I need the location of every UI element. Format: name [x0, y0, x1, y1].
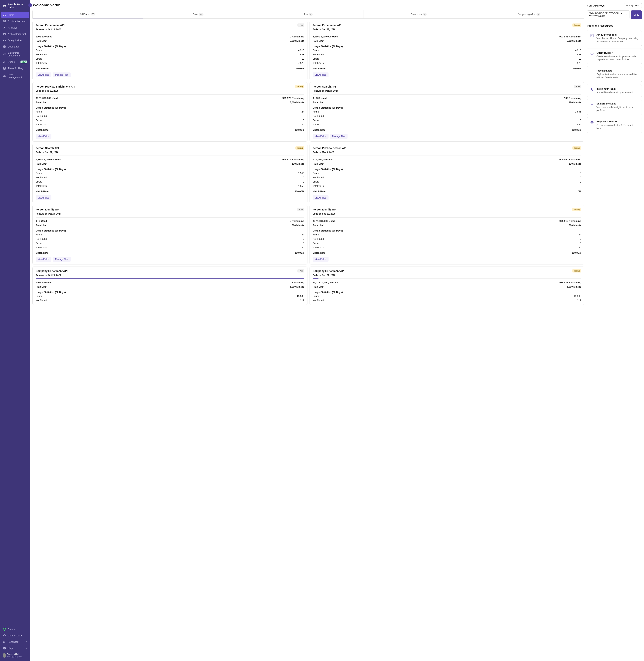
- sidebar-item-api-keys[interactable]: API keys: [1, 25, 29, 30]
- usage-used: 100 / 100 Used: [36, 35, 52, 38]
- resource-query-builder[interactable]: Query BuilderCreate search queries to ge…: [587, 48, 642, 65]
- resource-request-a-feature[interactable]: Request a FeatureAre we missing a featur…: [587, 117, 642, 133]
- usage-remaining: 978,528 Remaining: [559, 281, 581, 284]
- tab-supporting-apis[interactable]: Supporting APIs4: [474, 10, 584, 19]
- tab-free[interactable]: Free16: [143, 10, 253, 19]
- sidebar-item-home[interactable]: Home: [1, 12, 29, 18]
- usage-used: 85 / 1,000,000 Used: [313, 219, 335, 222]
- card-title: Person Enrichment API: [36, 24, 65, 27]
- errors-value: 0: [303, 119, 304, 122]
- view-fields-button[interactable]: View Fields: [36, 195, 51, 200]
- api-card: Person Identify APIFreeRenews on Oct 20,…: [32, 205, 307, 264]
- found-value: 1,556: [298, 172, 304, 174]
- nav-icon: [3, 53, 6, 56]
- manage-plan-button[interactable]: Manage Plan: [330, 134, 348, 139]
- card-badge: Free: [297, 23, 304, 27]
- sidebar-item-plans-&-billing[interactable]: Plans & billing: [1, 65, 29, 71]
- found-label: Found: [36, 172, 43, 174]
- tab-count: 4: [536, 13, 540, 16]
- sidebar-item-api-explorer-tool[interactable]: API explorer tool: [1, 31, 29, 37]
- rate-limit-value: 600/Minute: [569, 224, 581, 227]
- rate-limit-label: Rate Limit: [313, 224, 324, 227]
- view-fields-button[interactable]: View Fields: [36, 257, 51, 262]
- api-card: Person Enrichment APIFreeRenews on Oct 2…: [32, 21, 307, 80]
- tab-pro[interactable]: Pro0: [253, 10, 364, 19]
- resource-free-datasets[interactable]: Free DatasetsExplore, test, and enhance …: [587, 66, 642, 82]
- logo[interactable]: People Data Labs: [1, 1, 29, 12]
- sidebar-item-salesforce-enrichment[interactable]: Salesforce enrichment: [1, 50, 29, 58]
- manage-plan-button[interactable]: Manage Plan: [53, 257, 71, 262]
- svg-point-11: [591, 70, 593, 71]
- user-menu[interactable]: Varun Villait varun@peopledatalabs.com: [1, 651, 29, 660]
- nav-icon: [3, 74, 6, 77]
- rate-limit-label: Rate Limit: [36, 101, 47, 104]
- tab-enterprise[interactable]: Enterprise0: [364, 10, 474, 19]
- view-fields-button[interactable]: View Fields: [313, 134, 328, 139]
- view-fields-button[interactable]: View Fields: [313, 195, 328, 200]
- card-title: Company Enrichment API: [36, 269, 67, 273]
- nav-icon: [3, 45, 6, 48]
- svg-point-3: [4, 27, 5, 28]
- sidebar-item-user-management[interactable]: User management: [1, 72, 29, 80]
- view-fields-button[interactable]: View Fields: [36, 134, 51, 139]
- api-card: Person Identify APITestingEnds on Sep 27…: [309, 205, 584, 264]
- errors-label: Errors: [36, 119, 42, 122]
- total-calls-label: Total Calls: [313, 123, 324, 126]
- card-renew-date: Renews on Oct 20, 2024: [36, 28, 304, 31]
- not-found-label: Not Found: [313, 115, 324, 117]
- nav-badge: New!: [21, 61, 27, 63]
- found-label: Found: [313, 172, 320, 174]
- manage-plan-button[interactable]: Manage Plan: [53, 72, 71, 77]
- user-email: varun@peopledatalabs.com: [7, 656, 25, 658]
- match-rate-label: Match Rate: [313, 128, 325, 131]
- view-fields-button[interactable]: View Fields: [313, 72, 328, 77]
- found-label: Found: [313, 233, 320, 236]
- sidebar-item-data-stats[interactable]: Data stats: [1, 44, 29, 50]
- view-fields-button[interactable]: View Fields: [36, 72, 51, 77]
- resource-title: Free Datasets: [597, 69, 639, 72]
- footer-item-feedback[interactable]: Feedback: [1, 639, 29, 645]
- usage-remaining: 999,970 Remaining: [282, 97, 304, 99]
- sidebar-item-explore-the-data[interactable]: Explore the data: [1, 18, 29, 24]
- card-title: Person Search API: [36, 147, 59, 149]
- sidebar-collapse-button[interactable]: [28, 3, 32, 7]
- not-found-value: 217: [577, 299, 581, 302]
- resource-desc: Create search queries to generate code s…: [597, 55, 639, 61]
- usage-stats-title: Usage Statistics (30 Days): [36, 107, 304, 109]
- card-renew-date: Ends on Sep 27, 2028: [313, 28, 581, 31]
- resource-explore-the-data[interactable]: Explore the DataView how our data might …: [587, 99, 642, 115]
- sidebar-item-usage[interactable]: UsageNew!: [1, 59, 29, 65]
- resource-invite-your-team[interactable]: Invite Your TeamAdd additional users to …: [587, 84, 642, 97]
- found-value: 4,916: [575, 49, 581, 52]
- not-found-value: 0: [580, 176, 581, 179]
- svg-point-8: [5, 75, 5, 76]
- card-badge: Free: [574, 85, 581, 88]
- tab-all-plans[interactable]: All Plans20: [32, 10, 143, 19]
- usage-remaining: 1,000,000 Remaining: [557, 158, 581, 161]
- logo-icon: [3, 4, 6, 8]
- rate-limit-value: 120/Minute: [569, 101, 581, 104]
- api-key-selected: Main (DO NOT DELETE/ROLL) - **********97…: [589, 12, 626, 17]
- card-badge: Testing: [572, 208, 581, 211]
- match-rate-label: Match Rate: [36, 252, 48, 254]
- card-badge: Free: [297, 269, 304, 273]
- manage-keys-button[interactable]: Manage Keys: [624, 3, 642, 8]
- usage-stats-title: Usage Statistics (30 Days): [313, 229, 581, 232]
- view-fields-button[interactable]: View Fields: [313, 257, 328, 262]
- usage-used: 21,472 / 1,000,000 Used: [313, 281, 340, 284]
- tab-label: Enterprise: [411, 13, 422, 16]
- footer-item-help[interactable]: Help: [1, 645, 29, 651]
- nav-label: Home: [8, 14, 14, 16]
- found-value: 15,805: [574, 294, 581, 298]
- copy-button[interactable]: Copy: [631, 10, 642, 19]
- sidebar-item-query-builder[interactable]: Query builder: [1, 37, 29, 43]
- tab-label: All Plans: [80, 13, 89, 16]
- footer-item-contact-sales[interactable]: Contact sales: [1, 633, 29, 638]
- api-key-select[interactable]: Main (DO NOT DELETE/ROLL) - **********97…: [587, 10, 629, 19]
- resource-api-explorer-tool[interactable]: API Explorer ToolView Person, IP, and Co…: [587, 30, 642, 46]
- match-rate-value: 0%: [578, 190, 581, 193]
- footer-label: Status: [8, 628, 15, 631]
- footer-item-status[interactable]: Status: [1, 626, 29, 632]
- usage-used: 1,584 / 1,000,000 Used: [36, 158, 61, 161]
- svg-point-14: [592, 103, 593, 105]
